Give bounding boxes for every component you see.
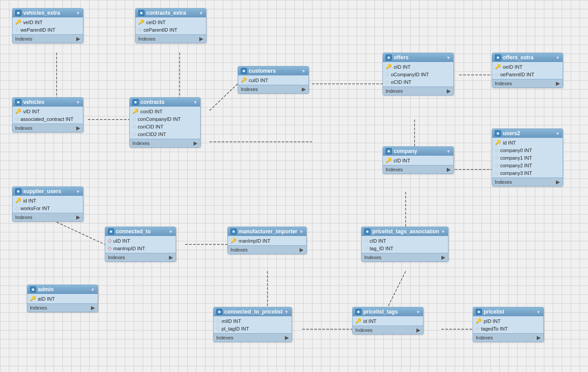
footer-arrow-icon[interactable]: ▶ [300, 247, 304, 253]
footer-arrow-icon[interactable]: ▶ [447, 166, 451, 173]
table-header-offers[interactable]: ■offers▼ [383, 53, 453, 62]
table-db-icon: ■ [132, 99, 139, 105]
field-text: weParentID INT [21, 27, 55, 33]
table-footer-contracts[interactable]: Indexes▶ [130, 139, 200, 147]
footer-arrow-icon[interactable]: ▶ [285, 335, 289, 341]
footer-arrow-icon[interactable]: ▶ [169, 254, 173, 260]
table-dropdown-icon[interactable]: ▼ [169, 229, 173, 234]
table-footer-admin[interactable]: Indexes▶ [27, 303, 98, 312]
table-dropdown-icon[interactable]: ▼ [76, 11, 80, 16]
field-text: uID INT [113, 238, 130, 244]
table-header-pricelist_tags_association[interactable]: ■pricelist_tags_association▼ [362, 227, 448, 236]
table-footer-pricelist[interactable]: Indexes▶ [473, 333, 543, 342]
footer-indexes-label: Indexes [216, 335, 234, 340]
table-db-icon: ■ [495, 54, 501, 61]
footer-arrow-icon[interactable]: ▶ [199, 36, 203, 42]
table-header-connected_to[interactable]: ■connected_to▼ [105, 227, 176, 236]
table-contracts_extra[interactable]: ■contracts_extra▼🔑ceID INT◇ceParentID IN… [135, 8, 206, 43]
table-footer-pricelist_tags_association[interactable]: Indexes▶ [362, 253, 448, 261]
table-supplier_users[interactable]: ■supplier_users▼🔑id INT◇worksFor INTInde… [12, 186, 83, 222]
svg-line-13 [388, 271, 406, 307]
table-offers_extra[interactable]: ■offers_extra▼🔑oeID INT◇oeParentID INTIn… [492, 53, 563, 88]
table-dropdown-icon[interactable]: ▼ [536, 310, 541, 314]
table-header-admin[interactable]: ■admin▼ [27, 285, 98, 294]
table-header-customers[interactable]: ■customers▼ [238, 66, 308, 75]
footer-arrow-icon[interactable]: ▶ [416, 327, 420, 333]
table-footer-connected_to_pricelist[interactable]: Indexes▶ [214, 333, 292, 342]
table-dropdown-icon[interactable]: ▼ [199, 11, 203, 16]
table-footer-customers[interactable]: Indexes▶ [238, 85, 308, 93]
table-footer-vehicles[interactable]: Indexes▶ [12, 124, 83, 132]
table-connected_to[interactable]: ■connected_to▼◇uID INT◇manImpID INTIndex… [105, 227, 176, 262]
table-header-users2[interactable]: ■users2▼ [492, 129, 563, 138]
table-footer-connected_to[interactable]: Indexes▶ [105, 253, 176, 261]
footer-arrow-icon[interactable]: ▶ [91, 305, 95, 311]
footer-arrow-icon[interactable]: ▶ [193, 140, 197, 146]
table-header-pricelist[interactable]: ■pricelist▼ [473, 307, 543, 316]
table-dropdown-icon[interactable]: ▼ [299, 229, 304, 234]
field-text: cuID INT [249, 78, 268, 83]
table-footer-manufacturer_importer[interactable]: Indexes▶ [228, 245, 306, 254]
table-row: ◇cID INT [362, 237, 448, 244]
table-header-offers_extra[interactable]: ■offers_extra▼ [492, 53, 563, 62]
table-customers[interactable]: ■customers▼🔑cuID INTIndexes▶ [238, 66, 309, 94]
table-row: ◇tagedTo INT [473, 325, 543, 332]
table-pricelist[interactable]: ■pricelist▼🔑pID INT◇tagedTo INTIndexes▶ [473, 307, 544, 342]
footer-arrow-icon[interactable]: ▶ [76, 36, 80, 42]
table-header-contracts[interactable]: ■contracts▼ [130, 98, 200, 107]
fk-icon: ◇ [386, 79, 389, 85]
table-dropdown-icon[interactable]: ▼ [76, 100, 80, 105]
table-pricelist_tags[interactable]: ■pricelist_tags▼🔑id INTIndexes▶ [352, 307, 424, 335]
table-title: admin [38, 286, 53, 293]
table-footer-users2[interactable]: Indexes▶ [492, 178, 563, 186]
table-footer-offers[interactable]: Indexes▶ [383, 87, 453, 95]
table-manufacturer_importer[interactable]: ■manufacturer_importer▼🔑manImpID INTInde… [227, 227, 307, 254]
footer-indexes-label: Indexes [355, 327, 373, 333]
table-footer-company[interactable]: Indexes▶ [383, 165, 453, 174]
table-header-vehicles[interactable]: ■vehicles▼ [12, 98, 83, 107]
table-footer-offers_extra[interactable]: Indexes▶ [492, 79, 563, 87]
table-footer-supplier_users[interactable]: Indexes▶ [12, 213, 83, 221]
table-dropdown-icon[interactable]: ▼ [301, 69, 306, 74]
table-header-supplier_users[interactable]: ■supplier_users▼ [12, 187, 83, 196]
table-header-manufacturer_importer[interactable]: ■manufacturer_importer▼ [228, 227, 306, 236]
table-header-connected_to_pricelist[interactable]: ■connected_to_pricelist▼ [214, 307, 292, 316]
table-dropdown-icon[interactable]: ▼ [441, 229, 445, 234]
footer-arrow-icon[interactable]: ▶ [556, 80, 560, 87]
footer-arrow-icon[interactable]: ▶ [447, 88, 451, 94]
table-dropdown-icon[interactable]: ▼ [446, 55, 451, 60]
table-dropdown-icon[interactable]: ▼ [555, 55, 560, 60]
table-dropdown-icon[interactable]: ▼ [90, 287, 95, 292]
table-title: manufacturer_importer [238, 228, 297, 235]
table-users2[interactable]: ■users2▼🔑id INT◇company0 INT◇company1 IN… [492, 128, 563, 186]
table-offers[interactable]: ■offers▼🔑oID INT◇oCompanyID INT◇oCID INT… [382, 53, 454, 95]
table-vehicles[interactable]: ■vehicles▼🔑vID INT◇associated_contract I… [12, 97, 83, 132]
table-body-connected_to_pricelist: ◇mIID INT◇pl_tagID INT [214, 316, 292, 333]
table-dropdown-icon[interactable]: ▼ [555, 131, 560, 136]
footer-arrow-icon[interactable]: ▶ [302, 86, 306, 92]
table-header-pricelist_tags[interactable]: ■pricelist_tags▼ [353, 307, 423, 316]
footer-arrow-icon[interactable]: ▶ [441, 254, 445, 260]
table-footer-vehicles_extra[interactable]: Indexes▶ [12, 34, 83, 43]
table-header-vehicles_extra[interactable]: ■vehicles_extra▼ [12, 8, 83, 17]
table-header-contracts_extra[interactable]: ■contracts_extra▼ [136, 8, 206, 17]
table-footer-contracts_extra[interactable]: Indexes▶ [136, 34, 206, 43]
table-header-company[interactable]: ■company▼ [383, 147, 453, 156]
table-admin[interactable]: ■admin▼🔑aID INTIndexes▶ [27, 285, 98, 312]
footer-arrow-icon[interactable]: ▶ [76, 125, 80, 131]
table-pricelist_tags_association[interactable]: ■pricelist_tags_association▼◇cID INT◇tag… [361, 227, 448, 262]
table-dropdown-icon[interactable]: ▼ [76, 189, 80, 194]
table-dropdown-icon[interactable]: ▼ [193, 100, 197, 105]
table-connected_to_pricelist[interactable]: ■connected_to_pricelist▼◇mIID INT◇pl_tag… [213, 307, 292, 342]
table-company[interactable]: ■company▼🔑cID INTIndexes▶ [382, 146, 454, 174]
fk-icon: ◇ [132, 131, 136, 137]
table-contracts[interactable]: ■contracts▼🔑conID INT◇conCompanyID INT◇c… [129, 97, 201, 148]
table-dropdown-icon[interactable]: ▼ [416, 310, 420, 314]
table-footer-pricelist_tags[interactable]: Indexes▶ [353, 326, 423, 334]
table-dropdown-icon[interactable]: ▼ [284, 310, 289, 314]
footer-arrow-icon[interactable]: ▶ [76, 214, 80, 220]
footer-arrow-icon[interactable]: ▶ [537, 335, 541, 341]
footer-arrow-icon[interactable]: ▶ [556, 179, 560, 185]
table-dropdown-icon[interactable]: ▼ [446, 149, 451, 154]
table-vehicles_extra[interactable]: ■vehicles_extra▼🔑veID INT◇weParentID INT… [12, 8, 83, 43]
